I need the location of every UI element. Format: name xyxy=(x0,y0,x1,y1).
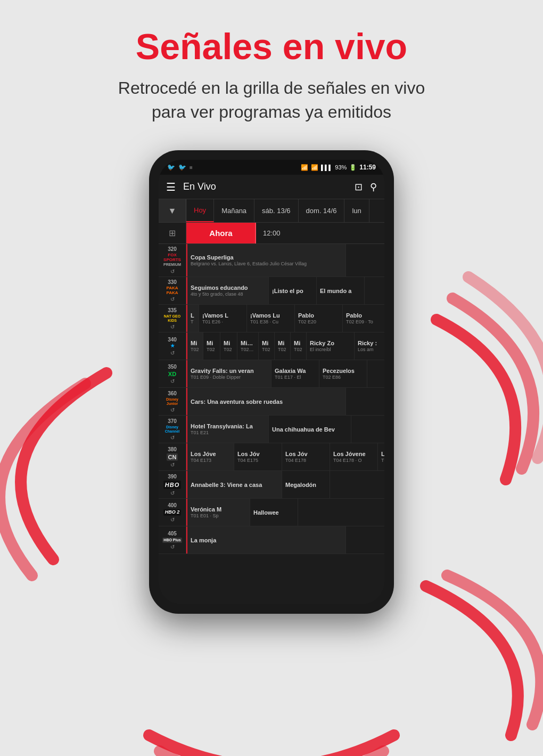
prog-jove2[interactable]: Los Jóv T04 E175 xyxy=(234,443,282,470)
channel-info-400[interactable]: 400 HBO 2 ↺ xyxy=(159,499,186,526)
program-copa-superliga[interactable]: Copa Superliga Belgrano vs. Lanús, Llave… xyxy=(186,244,346,276)
channel-info-320[interactable]: 320 FOXSPORTSPREMIUM ↺ xyxy=(159,244,186,276)
prog-ricky2[interactable]: Ricky : Los am xyxy=(355,332,384,360)
prog-mi3[interactable]: Mi T02 xyxy=(220,332,237,360)
prog-galaxia[interactable]: Galaxia Wa T01 E17 · El xyxy=(272,360,319,387)
wifi-icon: 📶 xyxy=(311,164,318,171)
tab-dom[interactable]: dom. 14/6 xyxy=(299,199,345,222)
replay-icon-335: ↺ xyxy=(170,324,175,330)
prog-ricky1[interactable]: Ricky Zo El increíbl xyxy=(307,332,355,360)
prog-minib[interactable]: Mini B T02 E2 xyxy=(237,332,259,360)
program-l[interactable]: L T xyxy=(186,305,199,332)
channel-number-360: 360 xyxy=(168,391,177,396)
prog-mi5[interactable]: Mi T02 xyxy=(275,332,291,360)
tab-hoy[interactable]: Hoy xyxy=(186,199,214,222)
channel-logo-hbo2: HBO 2 xyxy=(163,509,182,516)
filter-icon[interactable]: ▼ xyxy=(159,199,186,222)
program-elmundo[interactable]: El mundo a xyxy=(317,277,365,305)
tab-sab[interactable]: sáb. 13/6 xyxy=(254,199,299,222)
status-bar-left: 🐦 🐦 ≡ xyxy=(167,164,193,171)
tab-lun[interactable]: lun xyxy=(344,199,369,222)
channel-rows[interactable]: 320 FOXSPORTSPREMIUM ↺ Copa Superliga Be… xyxy=(159,244,384,604)
prog-pecezuelos[interactable]: Pecezuelos T02 E86 xyxy=(319,360,367,387)
phone-screen: 🐦 🐦 ≡ 📶 📶 ▌▌▌ 93% 🔋 11:59 ☰ En Vivo xyxy=(159,160,384,604)
channel-info-370[interactable]: 370 DisneyChannel ↺ xyxy=(159,416,186,443)
prog-jove3[interactable]: Los Jóv T04 E178 xyxy=(282,443,330,470)
program-listo[interactable]: ¡Listo el po xyxy=(269,277,317,305)
twitter-icon-2: 🐦 xyxy=(178,164,186,171)
replay-icon-380: ↺ xyxy=(170,462,175,468)
menu-button[interactable]: ☰ xyxy=(166,181,176,193)
channel-info-380[interactable]: 380 CN ↺ xyxy=(159,443,186,470)
channel-info-350[interactable]: 350 XD ↺ xyxy=(159,360,186,387)
channel-logo-hboplus: HBO Plus xyxy=(162,538,182,543)
channel-info-340[interactable]: 340 ★ ↺ xyxy=(159,332,186,360)
replay-icon-370: ↺ xyxy=(170,435,175,441)
programs-330: Seguimos educando 4to y 5to grado, clase… xyxy=(186,277,384,305)
status-time: 11:59 xyxy=(359,164,376,171)
replay-icon-390: ↺ xyxy=(170,490,175,496)
channel-number-340: 340 xyxy=(168,337,177,343)
toolbar-actions: ⊡ ⚲ xyxy=(355,181,377,193)
prog-mi2[interactable]: Mi T02 xyxy=(203,332,220,360)
prog-annabelle[interactable]: Annabelle 3: Viene a casa xyxy=(186,471,282,498)
prog-jove5[interactable]: Los Jóv T05 E214 xyxy=(378,443,384,470)
prog-mi6[interactable]: Mi T02 xyxy=(291,332,307,360)
prog-jove4[interactable]: Los Jóvene T04 E178 · O xyxy=(330,443,378,470)
program-pablo1[interactable]: Pablo T02 E20 xyxy=(295,305,343,332)
tab-manana[interactable]: Mañana xyxy=(214,199,254,222)
programs-340: Mi T02 Mi T02 Mi T02 xyxy=(186,332,384,360)
prog-cars[interactable]: Cars: Una aventura sobre ruedas xyxy=(186,388,346,415)
channel-row-320: 320 FOXSPORTSPREMIUM ↺ Copa Superliga Be… xyxy=(159,244,384,277)
channel-logo-natgeo: NAT GEOKIDS xyxy=(164,314,180,322)
prog-lamonja[interactable]: La monja xyxy=(186,526,346,554)
channel-row-370: 370 DisneyChannel ↺ Hotel Transylvania: … xyxy=(159,416,384,443)
prog-megalodon[interactable]: Megalodón xyxy=(282,471,330,498)
prog-veronica[interactable]: Verónica M T01 E01 · Sp xyxy=(186,499,250,526)
channel-number-330: 330 xyxy=(168,279,177,285)
phone-mockup: 🐦 🐦 ≡ 📶 📶 ▌▌▌ 93% 🔋 11:59 ☰ En Vivo xyxy=(0,150,543,614)
channel-info-330[interactable]: 330 PAKAPAKA ↺ xyxy=(159,277,186,305)
program-seguimos[interactable]: Seguimos educando 4to y 5to grado, clase… xyxy=(186,277,269,305)
status-bar: 🐦 🐦 ≡ 📶 📶 ▌▌▌ 93% 🔋 11:59 xyxy=(159,160,384,175)
day-tabs: ▼ Hoy Mañana sáb. 13/6 dom. 14/6 lun xyxy=(159,199,384,223)
prog-chihuahua[interactable]: Una chihuahua de Bev xyxy=(269,416,351,443)
program-pablo2[interactable]: Pablo T02 E09 · To xyxy=(343,305,384,332)
programs-370: Hotel Transylvania: La T01 E21 Una chihu… xyxy=(186,416,384,443)
menu-indicator: ≡ xyxy=(190,165,193,170)
program-vamos2[interactable]: ¡Vamos Lu T01 E38 · Cu xyxy=(247,305,295,332)
channel-info-360[interactable]: 360 DisneyJunior ↺ xyxy=(159,388,186,415)
prog-mi1[interactable]: Mi T02 xyxy=(186,332,203,360)
channel-info-405[interactable]: 405 HBO Plus ↺ xyxy=(159,526,186,554)
channel-row-335: 335 NAT GEOKIDS ↺ L T ¡Vamos L T01 E2 xyxy=(159,305,384,332)
cast-button[interactable]: ⊡ xyxy=(355,181,363,193)
prog-jove1[interactable]: Los Jóve T04 E173 xyxy=(186,443,234,470)
replay-icon-320: ↺ xyxy=(170,269,175,274)
programs-405: La monja xyxy=(186,526,384,554)
prog-hotel[interactable]: Hotel Transylvania: La T01 E21 xyxy=(186,416,269,443)
replay-icon-350: ↺ xyxy=(170,378,175,384)
channel-row-380: 380 CN ↺ Los Jóve T04 E173 Los Jóv T0 xyxy=(159,443,384,471)
programs-350: Gravity Falls: un veran T01 E09 · Doble … xyxy=(186,360,384,387)
channel-logo-xd: XD xyxy=(168,371,176,377)
programs-360: Cars: Una aventura sobre ruedas xyxy=(186,388,384,415)
phone-outer: 🐦 🐦 ≡ 📶 📶 ▌▌▌ 93% 🔋 11:59 ☰ En Vivo xyxy=(149,150,394,614)
prog-halloween[interactable]: Hallowee xyxy=(250,499,298,526)
page-header: Señales en vivo Retrocedé en la grilla d… xyxy=(0,0,543,124)
channel-row-400: 400 HBO 2 ↺ Verónica M T01 E01 · Sp Hall… xyxy=(159,499,384,526)
status-bar-right: 📶 📶 ▌▌▌ 93% 🔋 11:59 xyxy=(301,164,376,171)
channel-number-350: 350 xyxy=(168,364,177,370)
channel-logo-hbo: HBO xyxy=(163,481,181,489)
channel-row-390: 390 HBO ↺ Annabelle 3: Viene a casa Mega… xyxy=(159,471,384,499)
channel-info-335[interactable]: 335 NAT GEOKIDS ↺ xyxy=(159,305,186,332)
channel-info-390[interactable]: 390 HBO ↺ xyxy=(159,471,186,498)
program-vamos1[interactable]: ¡Vamos L T01 E26 · xyxy=(199,305,247,332)
toolbar-title: En Vivo xyxy=(183,181,347,192)
programs-320: Copa Superliga Belgrano vs. Lanús, Llave… xyxy=(186,244,384,276)
channel-number-390: 390 xyxy=(168,474,177,479)
prog-mi4[interactable]: Mi T02 xyxy=(259,332,275,360)
search-button[interactable]: ⚲ xyxy=(370,181,377,193)
prog-gravity[interactable]: Gravity Falls: un veran T01 E09 · Doble … xyxy=(186,360,272,387)
twitter-icon-1: 🐦 xyxy=(167,164,175,171)
now-time-label[interactable]: Ahora xyxy=(186,223,256,243)
